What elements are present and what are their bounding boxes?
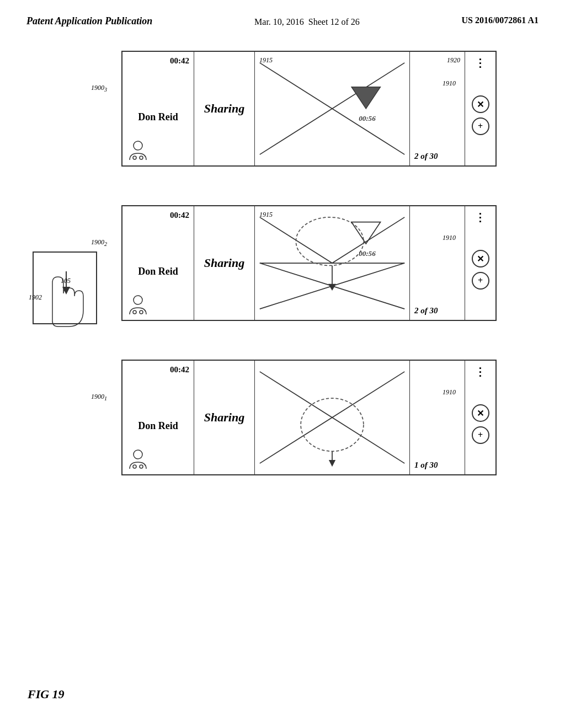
svg-point-9 — [140, 311, 143, 314]
sharing-label-mid: Sharing — [204, 256, 244, 270]
sharing-label-bot: Sharing — [204, 410, 244, 425]
svg-point-25 — [140, 465, 143, 468]
svg-text:00:56: 00:56 — [359, 249, 376, 258]
count-label-mid: 2 of 30 — [414, 306, 438, 315]
ref-105: 105 — [61, 277, 71, 285]
figure-content: FIG 19 00:42 Don Reid Sharing — [0, 34, 565, 718]
ref-1900-2: 19002 — [91, 238, 107, 247]
name-label-mid: Don Reid — [138, 266, 178, 277]
panel-mid: 00:42 Don Reid Sharing — [121, 205, 497, 321]
x-button-top[interactable]: ✕ — [472, 95, 489, 113]
sharing-section-bot: Sharing — [194, 361, 255, 474]
main-section-bot — [255, 361, 410, 474]
time-label-mid: 00:42 — [170, 211, 189, 220]
sharing-section-top: Sharing — [194, 52, 255, 165]
main-section-top: 00:56 1915 — [255, 52, 410, 165]
ref-1902: 1902 — [29, 293, 42, 302]
ref-1915-top: 1915 — [259, 56, 273, 65]
right-section-bot: 1910 1 of 30 — [410, 361, 465, 474]
hand-gesture — [30, 249, 102, 332]
ref-1910-bot: 1910 — [443, 388, 456, 397]
svg-point-28 — [301, 398, 364, 451]
right-section-top: 1920 1910 2 of 30 — [410, 52, 465, 165]
x-pattern-bot — [255, 361, 409, 474]
sharing-label-top: Sharing — [204, 101, 244, 116]
time-label-bot: 00:42 — [170, 365, 189, 374]
count-label-bot: 1 of 30 — [414, 461, 438, 470]
plus-button-top[interactable]: + — [472, 117, 489, 135]
svg-point-2 — [140, 156, 143, 159]
svg-marker-18 — [351, 222, 381, 244]
page-header: Patent Application Publication Mar. 10, … — [0, 0, 565, 29]
svg-point-7 — [134, 296, 142, 304]
panel-info-mid: 00:42 Don Reid — [122, 206, 194, 320]
panel-bot: 00:42 Don Reid Sharing — [121, 360, 497, 475]
time-label-top: 00:42 — [170, 56, 189, 66]
main-section-mid: 00:56 1915 — [255, 206, 410, 320]
dots-section-bot: ⋮ ✕ + — [465, 361, 495, 474]
svg-text:00:56: 00:56 — [359, 114, 376, 122]
ref-1900-3: 19003 — [91, 84, 107, 93]
x-pattern-mid: 00:56 — [255, 206, 409, 320]
name-label-top: Don Reid — [138, 111, 178, 123]
publication-label: Patent Application Publication — [26, 15, 152, 27]
ref-1900-1: 19001 — [91, 393, 107, 402]
ref-1910-mid: 1910 — [443, 234, 456, 242]
panel-top: 00:42 Don Reid Sharing — [121, 51, 497, 167]
svg-point-0 — [134, 141, 142, 150]
sharing-section-mid: Sharing — [194, 206, 255, 320]
x-pattern-top: 00:56 — [255, 52, 409, 165]
plus-button-mid[interactable]: + — [472, 272, 489, 290]
right-section-mid: 1910 2 of 30 — [410, 206, 465, 320]
panel-info-bot: 00:42 Don Reid — [122, 361, 194, 474]
ref-1920-top: 1920 — [447, 56, 460, 65]
patent-number: US 2016/0072861 A1 — [461, 15, 539, 25]
dots-menu-top[interactable]: ⋮ — [475, 56, 487, 69]
avatar-icon-mid — [127, 293, 149, 315]
svg-marker-5 — [351, 87, 381, 109]
svg-point-1 — [133, 156, 136, 159]
dots-section-top: ⋮ ✕ + — [465, 52, 495, 165]
plus-button-bot[interactable]: + — [472, 426, 489, 444]
ref-1915-mid: 1915 — [259, 211, 273, 219]
dots-menu-mid[interactable]: ⋮ — [475, 211, 487, 224]
dots-section-mid: ⋮ ✕ + — [465, 206, 495, 320]
count-label-top: 2 of 30 — [414, 152, 438, 161]
figure-label: FIG 19 — [28, 687, 65, 702]
x-button-bot[interactable]: ✕ — [472, 404, 489, 422]
svg-point-8 — [133, 311, 136, 314]
ref-1910-top: 1910 — [443, 79, 456, 88]
svg-point-24 — [133, 465, 136, 468]
x-button-mid[interactable]: ✕ — [472, 250, 489, 267]
svg-marker-30 — [329, 460, 335, 467]
sheet-info: Mar. 10, 2016 Sheet 12 of 26 — [254, 15, 360, 29]
svg-point-23 — [134, 450, 142, 459]
dots-menu-bot[interactable]: ⋮ — [475, 365, 487, 378]
name-label-bot: Don Reid — [138, 420, 178, 432]
avatar-icon-top — [127, 139, 149, 161]
avatar-icon-bot — [127, 448, 149, 470]
panel-info-top: 00:42 Don Reid — [122, 52, 194, 165]
